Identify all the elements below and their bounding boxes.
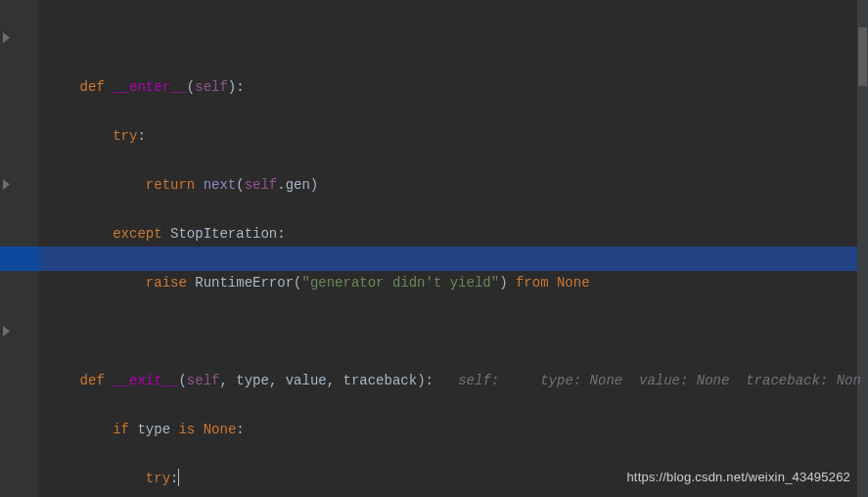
- code-line: raise RuntimeError("generator didn't yie…: [47, 271, 868, 295]
- code-line: if type is None:: [47, 418, 868, 442]
- inline-param-hint: self: type: None value: None traceback: …: [458, 373, 861, 388]
- fold-marker-icon[interactable]: [2, 31, 10, 43]
- fold-marker-icon[interactable]: [2, 325, 10, 337]
- code-line: except StopIteration:: [47, 222, 868, 247]
- code-line: def __exit__(self, type, value, tracebac…: [47, 369, 868, 393]
- code-line: try:: [47, 124, 868, 149]
- watermark-text: https://blog.csdn.net/weixin_43495262: [626, 465, 850, 489]
- code-line: return next(self.gen): [47, 173, 868, 198]
- gutter-marks: [0, 0, 39, 497]
- fold-marker-icon[interactable]: [2, 178, 10, 190]
- code-line: def __enter__(self):: [47, 75, 868, 100]
- text-cursor: [178, 469, 179, 486]
- code-area[interactable]: def __enter__(self): try: return next(se…: [39, 0, 868, 497]
- code-line: [47, 320, 868, 344]
- code-editor[interactable]: def __enter__(self): try: return next(se…: [0, 0, 868, 497]
